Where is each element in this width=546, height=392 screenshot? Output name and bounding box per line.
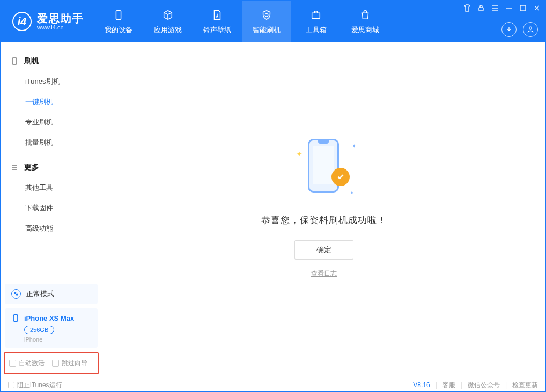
main-nav: 我的设备 应用游戏 铃声壁纸 智能刷机 工具箱 爱思商城 <box>94 1 390 42</box>
maximize-icon[interactable] <box>519 4 527 12</box>
sidebar-item-oneclick-flash[interactable]: 一键刷机 <box>1 92 102 112</box>
customer-service-link[interactable]: 客服 <box>442 381 455 390</box>
main-content: ✦ ✦ ✦ 恭喜您，保资料刷机成功啦！ 确定 查看日志 <box>102 42 545 378</box>
view-log-link[interactable]: 查看日志 <box>311 269 337 278</box>
footer-right: V8.16 | 客服 | 微信公众号 | 检查更新 <box>413 381 538 390</box>
divider: | <box>436 381 437 389</box>
window-controls <box>463 4 541 12</box>
footer-left: 阻止iTunes运行 <box>8 381 413 390</box>
group-title: 刷机 <box>24 56 39 66</box>
tshirt-icon[interactable] <box>463 4 471 12</box>
block-itunes-label: 阻止iTunes运行 <box>17 381 62 390</box>
sidebar-item-advanced[interactable]: 高级功能 <box>1 218 102 239</box>
phone-body-icon <box>308 139 339 193</box>
skip-guide-label: 跳过向导 <box>62 359 87 368</box>
mode-label: 正常模式 <box>26 289 54 299</box>
group-title: 更多 <box>24 162 39 172</box>
sidebar-item-other-tools[interactable]: 其他工具 <box>1 177 102 198</box>
divider: | <box>461 381 462 389</box>
auto-activate-checkbox[interactable]: 自动激活 <box>9 359 45 368</box>
app-logo-icon: i4 <box>12 12 32 31</box>
app-body: 刷机 iTunes刷机 一键刷机 专业刷机 批量刷机 更多 其他工具 下载固件 … <box>1 42 545 378</box>
checkbox-icon <box>8 382 14 388</box>
lock-icon[interactable] <box>477 4 485 12</box>
checkbox-icon <box>52 360 59 367</box>
sidebar-group-flash: 刷机 iTunes刷机 一键刷机 专业刷机 批量刷机 <box>1 51 102 153</box>
svg-rect-9 <box>13 315 18 321</box>
logo-text: 爱思助手 www.i4.cn <box>37 12 84 31</box>
version-label: V8.16 <box>413 381 430 389</box>
device-box[interactable]: iPhone XS Max 256GB iPhone <box>5 308 98 348</box>
svg-rect-6 <box>12 58 17 64</box>
nav-label: 爱思商城 <box>351 25 379 35</box>
briefcase-icon <box>309 8 323 22</box>
nav-label: 应用游戏 <box>154 25 182 35</box>
svg-rect-4 <box>520 5 526 11</box>
svg-point-7 <box>14 292 16 294</box>
wechat-link[interactable]: 微信公众号 <box>468 381 500 390</box>
sidebar-group-more: 更多 其他工具 下载固件 高级功能 <box>1 157 102 239</box>
phone-icon <box>112 8 126 22</box>
sparkle-icon: ✦ <box>296 150 302 158</box>
minimize-icon[interactable] <box>505 4 513 12</box>
mode-box[interactable]: 正常模式 <box>5 284 98 304</box>
sparkle-icon: ✦ <box>350 190 354 196</box>
checkbox-icon <box>9 360 16 367</box>
divider: | <box>505 381 507 389</box>
storage-badge: 256GB <box>24 326 54 334</box>
svg-point-1 <box>216 16 218 17</box>
sidebar-group-header-more[interactable]: 更多 <box>1 157 102 177</box>
phone-outline-icon <box>10 57 19 65</box>
svg-point-5 <box>529 27 532 29</box>
svg-rect-0 <box>116 11 121 20</box>
app-subtitle: www.i4.cn <box>37 24 84 31</box>
sidebar-item-pro-flash[interactable]: 专业刷机 <box>1 112 102 132</box>
music-file-icon <box>210 8 224 22</box>
success-message: 恭喜您，保资料刷机成功啦！ <box>261 214 387 226</box>
device-name: iPhone XS Max <box>24 314 74 322</box>
sidebar-top: 刷机 iTunes刷机 一键刷机 专业刷机 批量刷机 更多 其他工具 下载固件 … <box>1 42 102 279</box>
nav-label: 工具箱 <box>306 25 327 35</box>
check-badge-icon <box>331 168 350 186</box>
auto-activate-label: 自动激活 <box>19 359 45 368</box>
header-right-actions <box>501 22 538 37</box>
mode-dots-icon <box>11 289 21 299</box>
sidebar: 刷机 iTunes刷机 一键刷机 专业刷机 批量刷机 更多 其他工具 下载固件 … <box>1 42 102 378</box>
sidebar-item-batch-flash[interactable]: 批量刷机 <box>1 132 102 153</box>
menu-icon[interactable] <box>491 4 499 12</box>
skip-guide-checkbox[interactable]: 跳过向导 <box>52 359 87 368</box>
nav-apps-games[interactable]: 应用游戏 <box>143 1 193 42</box>
download-icon[interactable] <box>501 22 517 37</box>
close-icon[interactable] <box>533 4 541 12</box>
nav-label: 我的设备 <box>105 25 132 35</box>
svg-rect-3 <box>479 8 483 11</box>
logo-area: i4 爱思助手 www.i4.cn <box>1 1 94 42</box>
sidebar-bottom: 正常模式 iPhone XS Max 256GB iPhone 自动激活 跳过向… <box>1 279 102 378</box>
success-illustration: ✦ ✦ ✦ <box>292 139 356 198</box>
cube-icon <box>161 8 175 22</box>
sidebar-item-download-firmware[interactable]: 下载固件 <box>1 198 102 218</box>
block-itunes-checkbox[interactable]: 阻止iTunes运行 <box>8 381 62 390</box>
nav-smart-flash[interactable]: 智能刷机 <box>242 1 291 42</box>
device-name-row: iPhone XS Max <box>11 314 91 322</box>
shopping-bag-icon <box>358 8 372 22</box>
sidebar-group-header-flash[interactable]: 刷机 <box>1 51 102 71</box>
nav-my-device[interactable]: 我的设备 <box>94 1 143 42</box>
app-title: 爱思助手 <box>37 12 84 24</box>
app-header: i4 爱思助手 www.i4.cn 我的设备 应用游戏 铃声壁纸 智能刷机 工具… <box>1 1 545 42</box>
user-icon[interactable] <box>523 22 538 37</box>
device-phone-icon <box>11 314 20 322</box>
nav-label: 智能刷机 <box>253 25 281 35</box>
svg-point-8 <box>16 294 18 295</box>
sparkle-icon: ✦ <box>352 143 356 149</box>
nav-store[interactable]: 爱思商城 <box>341 1 390 42</box>
list-icon <box>10 163 19 172</box>
check-update-link[interactable]: 检查更新 <box>512 381 538 390</box>
highlight-options-box: 自动激活 跳过向导 <box>4 352 99 374</box>
svg-rect-2 <box>312 13 320 18</box>
sidebar-item-itunes-flash[interactable]: iTunes刷机 <box>1 71 102 92</box>
ok-button[interactable]: 确定 <box>294 240 353 260</box>
refresh-shield-icon <box>260 8 274 22</box>
nav-toolbox[interactable]: 工具箱 <box>291 1 341 42</box>
nav-ringtone-wallpaper[interactable]: 铃声壁纸 <box>193 1 242 42</box>
